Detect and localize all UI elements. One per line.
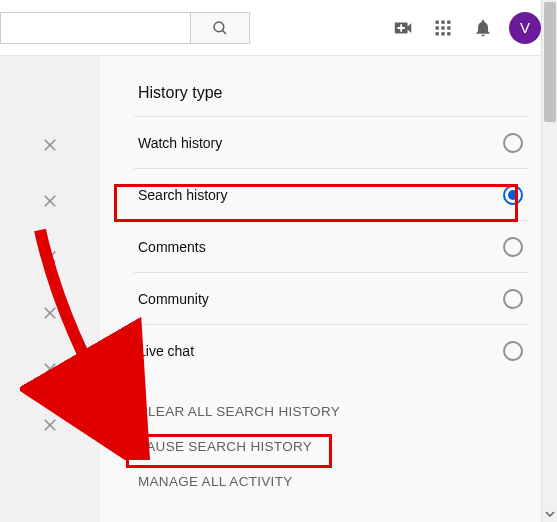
notifications-button[interactable] <box>463 8 503 48</box>
radio-icon <box>503 237 523 257</box>
history-type-option-watch[interactable]: Watch history <box>134 116 529 168</box>
remove-history-item[interactable] <box>41 136 59 158</box>
option-label: Live chat <box>138 343 194 359</box>
history-list-column <box>0 56 100 522</box>
option-label: Watch history <box>138 135 222 151</box>
option-label: Search history <box>138 187 227 203</box>
svg-rect-7 <box>447 26 450 29</box>
svg-line-1 <box>222 30 226 34</box>
scrollbar-down-arrow-icon[interactable] <box>542 506 557 522</box>
svg-rect-10 <box>447 32 450 35</box>
pause-search-history-link[interactable]: PAUSE SEARCH HISTORY <box>134 429 529 464</box>
svg-point-0 <box>214 22 224 32</box>
search-button[interactable] <box>190 12 250 44</box>
svg-rect-3 <box>441 20 444 23</box>
history-actions: CLEAR ALL SEARCH HISTORY PAUSE SEARCH HI… <box>134 394 529 499</box>
remove-history-item[interactable] <box>41 360 59 382</box>
main: History type Watch history Search histor… <box>0 56 557 522</box>
apps-grid-icon <box>433 18 453 38</box>
radio-icon <box>503 341 523 361</box>
svg-rect-5 <box>436 26 439 29</box>
avatar[interactable]: V <box>509 12 541 44</box>
panel-title: History type <box>134 84 529 102</box>
close-icon <box>41 416 59 434</box>
svg-rect-4 <box>447 20 450 23</box>
remove-history-item[interactable] <box>41 416 59 438</box>
clear-all-search-history-link[interactable]: CLEAR ALL SEARCH HISTORY <box>134 394 529 429</box>
radio-icon <box>503 289 523 309</box>
remove-history-item[interactable] <box>41 248 59 270</box>
avatar-letter: V <box>520 19 530 36</box>
svg-rect-6 <box>441 26 444 29</box>
option-label: Comments <box>138 239 206 255</box>
search-input[interactable] <box>0 12 190 44</box>
svg-rect-8 <box>436 32 439 35</box>
scrollbar-thumb[interactable] <box>544 2 556 122</box>
radio-icon <box>503 133 523 153</box>
search-container <box>0 12 250 44</box>
header: V <box>0 0 557 56</box>
create-video-button[interactable] <box>383 8 423 48</box>
history-type-option-comments[interactable]: Comments <box>134 220 529 272</box>
close-icon <box>41 360 59 378</box>
remove-history-item[interactable] <box>41 192 59 214</box>
svg-rect-2 <box>436 20 439 23</box>
history-type-option-community[interactable]: Community <box>134 272 529 324</box>
search-icon <box>211 19 229 37</box>
manage-all-activity-link[interactable]: MANAGE ALL ACTIVITY <box>134 464 529 499</box>
option-label: Community <box>138 291 209 307</box>
video-plus-icon <box>392 17 414 39</box>
close-icon <box>41 304 59 322</box>
bell-icon <box>473 18 493 38</box>
apps-button[interactable] <box>423 8 463 48</box>
close-icon <box>41 248 59 266</box>
svg-rect-9 <box>441 32 444 35</box>
remove-history-item[interactable] <box>41 304 59 326</box>
history-type-option-livechat[interactable]: Live chat <box>134 324 529 376</box>
history-type-panel: History type Watch history Search histor… <box>100 56 557 522</box>
close-icon <box>41 136 59 154</box>
vertical-scrollbar[interactable] <box>541 0 557 522</box>
close-icon <box>41 192 59 210</box>
radio-icon <box>503 185 523 205</box>
history-type-option-search[interactable]: Search history <box>134 168 529 220</box>
